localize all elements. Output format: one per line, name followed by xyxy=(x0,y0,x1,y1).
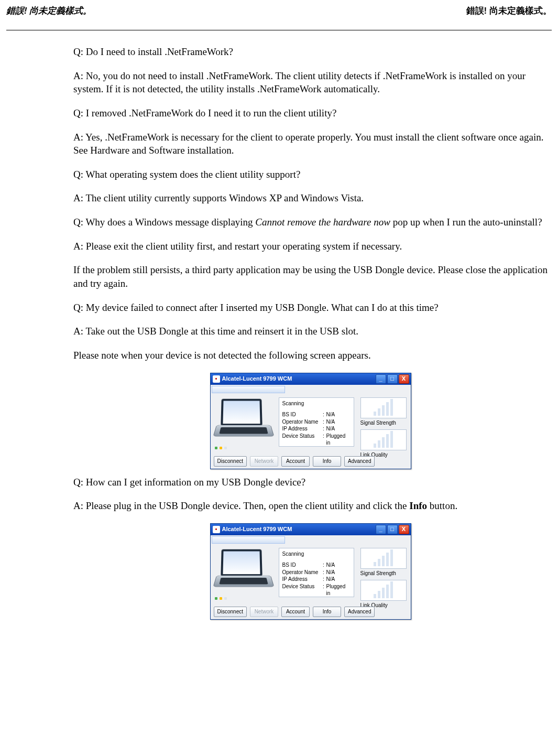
minimize-button[interactable]: _ xyxy=(376,525,386,534)
content-body: Q: Do I need to install .NetFrameWork? A… xyxy=(73,45,548,620)
led-indicator xyxy=(215,447,227,449)
signal-meter xyxy=(360,397,407,418)
faq-q: Q: Do I need to install .NetFrameWork? xyxy=(73,45,548,59)
advanced-button[interactable]: Advanced xyxy=(344,607,375,617)
field-label: BS ID xyxy=(282,411,321,418)
field-value: Plugged in xyxy=(326,583,351,597)
info-button[interactable]: Info xyxy=(313,607,341,617)
network-button[interactable]: Network xyxy=(250,456,278,467)
faq-a: A: The client utility currently supports… xyxy=(73,191,548,205)
disconnect-button[interactable]: Disconnect xyxy=(214,607,247,617)
status-text: Scanning xyxy=(282,550,351,558)
field-label: Device Status xyxy=(282,433,321,447)
faq-a: A: Please exit the client utility first,… xyxy=(73,240,548,253)
faq-a: A: Yes, .NetFrameWork is necessary for t… xyxy=(73,131,548,157)
close-button[interactable]: X xyxy=(399,374,409,384)
disconnect-button[interactable]: Disconnect xyxy=(214,456,247,467)
menubar[interactable] xyxy=(212,386,285,393)
menubar[interactable] xyxy=(212,536,285,544)
faq-q: Q: I removed .NetFrameWork do I need it … xyxy=(73,106,548,120)
text: pop up when I run the auto-uninstall? xyxy=(390,217,542,228)
wcm-window: • Alcatel-Lucent 9799 WCM _ □ X Scanning… xyxy=(210,373,411,469)
text: Q: Why does a Windows message displaying xyxy=(73,217,255,228)
field-value: N/A xyxy=(326,561,351,569)
faq-a-extra: Please note when your device is not dete… xyxy=(73,349,548,362)
faq-a-extra: If the problem still persists, a third p… xyxy=(73,263,548,290)
signal-meter xyxy=(360,548,407,569)
text-bold: Info xyxy=(409,500,427,511)
window-title: Alcatel-Lucent 9799 WCM xyxy=(222,525,292,533)
link-meter xyxy=(360,429,407,450)
field-label: Device Status xyxy=(282,583,321,597)
advanced-button[interactable]: Advanced xyxy=(344,456,375,467)
titlebar: • Alcatel-Lucent 9799 WCM _ □ X xyxy=(211,524,411,535)
field-label: BS ID xyxy=(282,561,321,569)
minimize-button[interactable]: _ xyxy=(376,374,386,384)
link-meter xyxy=(360,580,407,601)
status-text: Scanning xyxy=(282,400,351,407)
meters: Signal Strength Link Quality xyxy=(360,397,407,462)
network-button[interactable]: Network xyxy=(250,607,278,617)
led-indicator xyxy=(215,597,227,600)
header-left: 錯誤! 尚未定義樣式。 xyxy=(6,5,92,17)
titlebar: • Alcatel-Lucent 9799 WCM _ □ X xyxy=(211,373,411,385)
field-value: N/A xyxy=(326,569,351,576)
field-value: N/A xyxy=(326,576,351,583)
faq-a: A: No, you do not need to install .NetFr… xyxy=(73,69,548,96)
text: button. xyxy=(427,500,457,511)
faq-a: A: Please plug in the USB Dongle device.… xyxy=(73,499,548,513)
close-button[interactable]: X xyxy=(399,525,409,534)
laptop-image xyxy=(215,398,272,441)
field-value: N/A xyxy=(326,425,351,433)
wcm-body: Scanning BS ID:N/A Operator Name:N/A IP … xyxy=(211,393,411,469)
text-italic: Cannot remove the hardware now xyxy=(255,217,390,228)
text: A: Please plug in the USB Dongle device.… xyxy=(73,500,409,511)
field-label: Operator Name xyxy=(282,569,321,576)
window-title: Alcatel-Lucent 9799 WCM xyxy=(222,375,292,383)
laptop-image xyxy=(215,549,272,592)
field-label: IP Address xyxy=(282,576,321,583)
info-button[interactable]: Info xyxy=(313,456,341,467)
faq-q: Q: My device failed to connect after I i… xyxy=(73,301,548,315)
account-button[interactable]: Account xyxy=(281,456,310,467)
signal-label: Signal Strength xyxy=(360,419,407,427)
header-right: 錯誤! 尚未定義樣式。 xyxy=(466,5,552,17)
info-panel: Scanning BS ID:N/A Operator Name:N/A IP … xyxy=(279,397,354,447)
app-icon: • xyxy=(213,526,220,533)
field-value: N/A xyxy=(326,418,351,426)
faq-q: Q: How can I get information on my USB D… xyxy=(73,476,548,489)
field-label: Operator Name xyxy=(282,418,321,426)
account-button[interactable]: Account xyxy=(281,607,310,617)
field-value: N/A xyxy=(326,411,351,418)
signal-label: Signal Strength xyxy=(360,570,407,577)
app-icon: • xyxy=(213,375,220,383)
field-label: IP Address xyxy=(282,425,321,433)
wcm-window: • Alcatel-Lucent 9799 WCM _ □ X Scanning… xyxy=(210,523,411,620)
info-panel: Scanning BS ID:N/A Operator Name:N/A IP … xyxy=(279,548,354,597)
maximize-button[interactable]: □ xyxy=(387,374,398,384)
figure-screenshot: • Alcatel-Lucent 9799 WCM _ □ X Scanning… xyxy=(73,523,548,620)
faq-q: Q: What operating system does the client… xyxy=(73,168,548,181)
meters: Signal Strength Link Quality xyxy=(360,548,407,612)
page-header: 錯誤! 尚未定義樣式。 錯誤! 尚未定義樣式。 xyxy=(6,0,552,30)
maximize-button[interactable]: □ xyxy=(387,525,398,534)
wcm-body: Scanning BS ID:N/A Operator Name:N/A IP … xyxy=(211,544,411,619)
faq-q: Q: Why does a Windows message displaying… xyxy=(73,215,548,229)
field-value: Plugged in xyxy=(326,433,351,447)
figure-screenshot: • Alcatel-Lucent 9799 WCM _ □ X Scanning… xyxy=(73,373,548,469)
faq-a: A: Take out the USB Dongle at this time … xyxy=(73,325,548,338)
